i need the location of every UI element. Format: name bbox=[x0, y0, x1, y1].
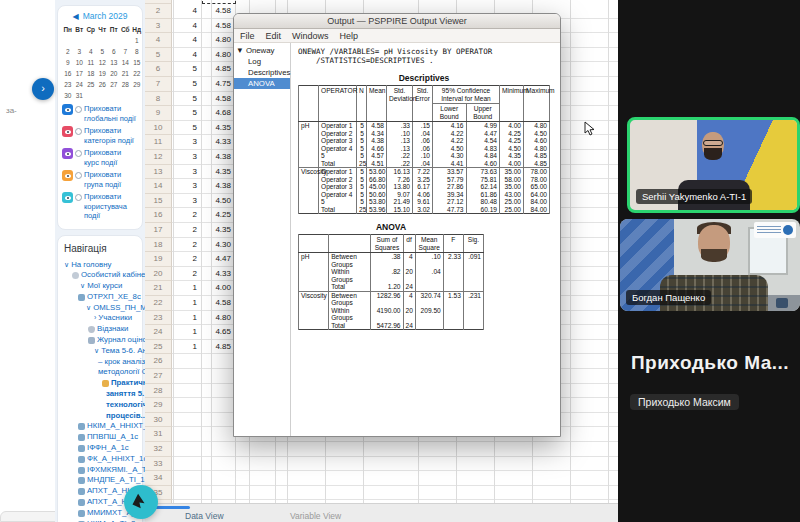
cell-ph[interactable] bbox=[202, 486, 236, 501]
menu-windows[interactable]: Windows bbox=[292, 31, 329, 41]
calendar-date[interactable]: 7 bbox=[120, 46, 132, 57]
cell-operator[interactable] bbox=[172, 398, 202, 413]
cell-ph[interactable] bbox=[202, 413, 236, 428]
cell-ph[interactable]: 4.80 bbox=[202, 33, 236, 48]
nav-item-label[interactable]: На головну bbox=[71, 260, 111, 271]
cell-operator[interactable] bbox=[172, 427, 202, 442]
nav-item-label[interactable]: ФК_А_ННІХТ_1с bbox=[87, 454, 145, 465]
nav-item-label[interactable]: методології ОМАК bbox=[98, 367, 145, 378]
row-number[interactable]: 5 bbox=[145, 48, 172, 63]
row-number[interactable]: 26 bbox=[145, 354, 172, 369]
nav-item-label[interactable]: Практичне bbox=[111, 378, 145, 389]
cell-viscosity[interactable] bbox=[236, 486, 276, 501]
cell-operator[interactable]: 3 bbox=[172, 194, 202, 209]
tab-variable-view[interactable]: Variable View bbox=[290, 511, 341, 521]
row-number[interactable]: 20 bbox=[145, 267, 172, 282]
calendar-prev-icon[interactable]: ◀ bbox=[72, 12, 78, 21]
row-number[interactable]: 13 bbox=[145, 165, 172, 180]
menu-edit[interactable]: Edit bbox=[266, 31, 282, 41]
cell-operator[interactable]: 3 bbox=[172, 135, 202, 150]
row-number[interactable]: 15 bbox=[145, 194, 172, 209]
row-number[interactable]: 25 bbox=[145, 340, 172, 355]
calendar-date[interactable]: 16 bbox=[62, 68, 74, 79]
menu-help[interactable]: Help bbox=[340, 31, 359, 41]
cell-operator[interactable]: 5 bbox=[172, 62, 202, 77]
cell-ph[interactable]: 4.58 bbox=[202, 296, 236, 311]
row-number[interactable]: 16 bbox=[145, 208, 172, 223]
calendar-date[interactable]: 11 bbox=[85, 57, 97, 68]
cell-ph[interactable]: 4.75 bbox=[202, 77, 236, 92]
event-toggle-label[interactable]: Приховати група події bbox=[84, 170, 138, 189]
chevron-icon[interactable]: ∨ bbox=[86, 303, 91, 314]
row-number[interactable]: 23 bbox=[145, 311, 172, 326]
cell-ph[interactable]: 4.85 bbox=[202, 62, 236, 77]
cell-operator[interactable] bbox=[172, 354, 202, 369]
row-number[interactable]: 9 bbox=[145, 106, 172, 121]
chevron-icon[interactable]: ∨ bbox=[64, 260, 69, 271]
row-number[interactable]: 19 bbox=[145, 252, 172, 267]
cell-operator[interactable]: 4 bbox=[172, 4, 202, 19]
cell-operator[interactable] bbox=[172, 442, 202, 457]
nav-item[interactable]: ФК_А_ННІХТ_1с bbox=[62, 454, 138, 465]
event-toggle[interactable]: Приховати курс події bbox=[62, 148, 138, 167]
nav-item[interactable]: методології ОМАК bbox=[62, 367, 138, 378]
cell-operator[interactable] bbox=[172, 369, 202, 384]
window-titlebar[interactable]: Output — PSPPIRE Output Viewer bbox=[234, 14, 560, 29]
row-number[interactable]: 24 bbox=[145, 325, 172, 340]
calendar-date[interactable]: 12 bbox=[97, 57, 109, 68]
nav-item-label[interactable]: Відзнаки bbox=[97, 324, 128, 335]
cell-ph[interactable]: 4.25 bbox=[202, 208, 236, 223]
calendar-date[interactable]: 6 bbox=[108, 46, 120, 57]
output-tree-item-log[interactable]: Log bbox=[234, 56, 290, 67]
cell-ph[interactable]: 4.47 bbox=[202, 252, 236, 267]
calendar-date[interactable]: 8 bbox=[131, 46, 143, 57]
cell-operator[interactable] bbox=[172, 384, 202, 399]
calendar-date[interactable]: 10 bbox=[74, 57, 86, 68]
cell-operator[interactable]: 4 bbox=[172, 48, 202, 63]
event-toggle-label[interactable]: Приховати категорія події bbox=[84, 126, 138, 145]
nav-item[interactable]: ∨Мої курси bbox=[62, 281, 138, 292]
calendar-date[interactable]: 23 bbox=[62, 79, 74, 90]
calendar-date[interactable]: 26 bbox=[97, 79, 109, 90]
output-tree-item-oneway[interactable]: ▼ Oneway bbox=[234, 45, 290, 56]
cell-operator[interactable]: 2 bbox=[172, 238, 202, 253]
nav-item[interactable]: заняття 5. Аналі bbox=[62, 389, 138, 400]
nav-item-label[interactable]: ІФХМКЯМІ._А_ТІ_ bbox=[87, 465, 145, 476]
cell-operator[interactable] bbox=[172, 486, 202, 501]
row-number[interactable]: 22 bbox=[145, 296, 172, 311]
cell-operator[interactable]: 3 bbox=[172, 150, 202, 165]
calendar-date[interactable]: 25 bbox=[85, 79, 97, 90]
calendar-date[interactable]: 14 bbox=[120, 57, 132, 68]
cell-ph[interactable]: 4.80 bbox=[202, 311, 236, 326]
output-tree-item-descriptives[interactable]: Descriptives bbox=[234, 67, 290, 78]
event-toggle-label[interactable]: Приховати користувача події bbox=[84, 192, 138, 221]
cell-operator[interactable]: 2 bbox=[172, 223, 202, 238]
cell-operator[interactable]: 5 bbox=[172, 121, 202, 136]
nav-item[interactable]: НКІМ_А_ТІ_2с bbox=[62, 519, 138, 522]
calendar-date[interactable]: 20 bbox=[108, 68, 120, 79]
nav-item-label[interactable]: – крок аналізу bbox=[98, 357, 145, 368]
nav-item[interactable]: – крок аналізу bbox=[62, 357, 138, 368]
cell-ph[interactable]: 4.00 bbox=[202, 281, 236, 296]
row-number[interactable]: 10 bbox=[145, 121, 172, 136]
cell-operator[interactable]: 1 bbox=[172, 325, 202, 340]
nav-item[interactable]: НКІМ_А_ННІХТ_1с bbox=[62, 421, 138, 432]
row-number[interactable]: 2 bbox=[145, 4, 172, 19]
event-toggle[interactable]: Приховати глобальні події bbox=[62, 104, 138, 123]
cell-viscosity[interactable] bbox=[236, 457, 276, 472]
row-number[interactable]: 3 bbox=[145, 19, 172, 34]
cell-viscosity[interactable] bbox=[236, 442, 276, 457]
nav-item[interactable]: ›Учасники bbox=[62, 313, 138, 324]
nav-item-label[interactable]: НКІМ_А_ННІХТ_1с bbox=[87, 421, 145, 432]
cell-ph[interactable]: 4.58 bbox=[202, 19, 236, 34]
nav-item-label[interactable]: технологічних bbox=[106, 400, 145, 411]
cell-ph[interactable] bbox=[202, 369, 236, 384]
cell-viscosity[interactable] bbox=[236, 471, 276, 486]
calendar-date[interactable]: 21 bbox=[120, 68, 132, 79]
nav-item[interactable]: ІФФН_А_1с bbox=[62, 443, 138, 454]
nav-item[interactable]: Практичне bbox=[62, 378, 138, 389]
cell-ph[interactable]: 4.35 bbox=[202, 223, 236, 238]
row-number[interactable]: 29 bbox=[145, 398, 172, 413]
event-toggle[interactable]: Приховати група події bbox=[62, 170, 138, 189]
calendar-date[interactable]: 30 bbox=[62, 90, 74, 101]
